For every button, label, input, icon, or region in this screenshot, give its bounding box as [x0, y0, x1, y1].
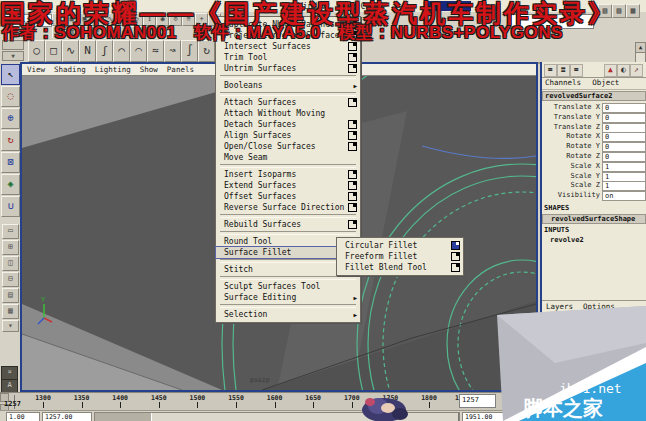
menu-item-attach-surfaces[interactable]: Attach Surfaces: [216, 97, 360, 108]
channel-box-menu-channels[interactable]: Channels: [545, 78, 581, 87]
menu-item-insert-isoparms[interactable]: Insert Isoparms: [216, 169, 360, 180]
current-time-field[interactable]: 1257: [459, 394, 496, 408]
viewport-menu-view[interactable]: View: [27, 64, 45, 75]
channel-value-field[interactable]: 0: [602, 152, 646, 162]
option-box-icon[interactable]: [348, 120, 357, 129]
tick-mark: [159, 402, 160, 408]
menu-item-align-surfaces[interactable]: Align Surfaces: [216, 130, 360, 141]
channel-value-field[interactable]: 1: [602, 162, 646, 172]
speed-ramp-icon[interactable]: ↗: [630, 64, 643, 77]
rotate-tool-icon[interactable]: ↻: [1, 130, 20, 151]
layout-four-pane-button[interactable]: ⊞: [2, 240, 19, 255]
show-manip-tool-icon[interactable]: ◈: [1, 174, 20, 195]
channel-list-icon-1[interactable]: ≡: [544, 64, 557, 77]
layout-single-pane-button[interactable]: ▭: [2, 224, 19, 239]
channel-box-menu-object[interactable]: Object: [592, 78, 619, 87]
object-name-bar[interactable]: revolvedSurface2: [542, 91, 646, 101]
option-box-icon[interactable]: [348, 170, 357, 179]
menu-item-reverse-surface-direction[interactable]: Reverse Surface Direction: [216, 202, 360, 213]
channel-value-field[interactable]: 0: [602, 113, 646, 123]
channel-list-icon-2[interactable]: ≣: [557, 64, 570, 77]
channel-label: Translate X: [554, 103, 600, 112]
option-box-icon[interactable]: [348, 53, 357, 62]
menu-item-extend-surfaces[interactable]: Extend Surfaces: [216, 180, 360, 191]
channel-value-field[interactable]: 1: [602, 181, 646, 191]
tick-mark: [197, 402, 198, 408]
last-tool-icon[interactable]: ∪: [1, 196, 20, 217]
tick-label-1350: 1350: [74, 394, 90, 402]
option-box-icon[interactable]: [451, 263, 460, 272]
channel-row-translate-y: Translate Y0: [542, 113, 646, 123]
scroll-up-icon[interactable]: ▲: [636, 43, 645, 53]
range-current-field[interactable]: 1257.00: [42, 412, 92, 421]
key-channel-icon[interactable]: ▲: [604, 64, 617, 77]
tick-label-1650: 1650: [305, 394, 321, 402]
viewport-menu-show[interactable]: Show: [140, 64, 158, 75]
move-tool-icon[interactable]: ⊕: [1, 108, 20, 129]
option-box-icon[interactable]: [348, 142, 357, 151]
view-cube-button[interactable]: A: [1, 379, 18, 393]
layout-two-side-button[interactable]: ◫: [2, 256, 19, 271]
edit-nurbs-menu: Duplicate NURBS PatchesProject Curve on …: [215, 16, 361, 323]
channel-label: Rotate Y: [566, 142, 600, 151]
viewport-menu-panels[interactable]: Panels: [167, 64, 194, 75]
overlay-subtitle: 作者：SOHOMAN001 软件：MAYA5.0 模型：NURBS+POLYGO…: [2, 21, 646, 44]
menu-item-move-seam[interactable]: Move Seam: [216, 152, 360, 163]
layout-three-split-button[interactable]: ▤: [2, 288, 19, 303]
lasso-tool-icon[interactable]: ◌: [1, 86, 20, 107]
menu-item-selection[interactable]: Selection▶: [216, 309, 360, 320]
channel-label: Translate Z: [554, 123, 600, 132]
menu-item-rebuild-surfaces[interactable]: Rebuild Surfaces: [216, 219, 360, 230]
menu-item-surface-editing[interactable]: Surface Editing▶: [216, 292, 360, 303]
option-box-icon[interactable]: [348, 131, 357, 140]
menu-item-sculpt-surfaces-tool[interactable]: Sculpt Surfaces Tool: [216, 281, 360, 292]
tick-mark: [82, 402, 83, 408]
watermark-name-text: 脚本之家: [522, 397, 603, 419]
channel-value-field[interactable]: 1: [602, 172, 646, 182]
shelf-tab-arrow-icon[interactable]: ▼: [2, 51, 24, 61]
layout-more-button[interactable]: ▾: [2, 320, 19, 332]
layout-outliner-persp-button[interactable]: ▦: [2, 304, 19, 319]
menu-item-offset-surfaces[interactable]: Offset Surfaces: [216, 191, 360, 202]
channel-row-scale-y: Scale Y1: [542, 172, 646, 182]
channel-value-field[interactable]: 0: [602, 142, 646, 152]
option-box-icon[interactable]: [348, 220, 357, 229]
channel-value-field[interactable]: 0: [602, 123, 646, 133]
channel-label: Scale Y: [570, 172, 600, 181]
input-node-name[interactable]: revolve2: [542, 236, 646, 246]
option-box-icon[interactable]: [348, 203, 357, 212]
menu-item-trim-tool[interactable]: Trim Tool: [216, 52, 360, 63]
tick-label-1500: 1500: [190, 394, 206, 402]
submenu-item-fillet-blend-tool[interactable]: Fillet Blend Tool: [337, 262, 463, 273]
option-box-icon[interactable]: [348, 64, 357, 73]
channel-value-field[interactable]: 0: [602, 103, 646, 113]
channel-value-field[interactable]: 0: [602, 132, 646, 142]
menu-item-booleans[interactable]: Booleans▶: [216, 80, 360, 91]
channel-row-rotate-x: Rotate X0: [542, 132, 646, 142]
viewport-menu-lighting[interactable]: Lighting: [95, 64, 131, 75]
anim-curve-icon[interactable]: ◐: [617, 64, 630, 77]
menu-item-open-close-surfaces[interactable]: Open/Close Surfaces: [216, 141, 360, 152]
submenu-item-circular-fillet[interactable]: Circular Fillet: [337, 240, 463, 251]
channel-list-icon-3[interactable]: ≡: [570, 64, 583, 77]
submenu-item-freeform-fillet[interactable]: Freeform Fillet: [337, 251, 463, 262]
layout-two-stack-button[interactable]: ⊟: [2, 272, 19, 287]
option-box-icon[interactable]: [451, 252, 460, 261]
hotbox-button[interactable]: ¤: [1, 366, 18, 380]
range-start-field[interactable]: 1.00: [6, 412, 40, 421]
option-box-icon[interactable]: [348, 181, 357, 190]
channel-value-field[interactable]: on: [602, 191, 646, 201]
select-tool-icon[interactable]: ↖: [1, 64, 20, 85]
option-box-icon[interactable]: [451, 241, 460, 250]
viewport-menu-shading[interactable]: Shading: [54, 64, 86, 75]
option-box-icon[interactable]: [348, 98, 357, 107]
menu-item-attach-without-moving[interactable]: Attach Without Moving: [216, 108, 360, 119]
submenu-arrow-icon: ▶: [353, 292, 357, 303]
channel-box-menubar: ChannelsObject: [542, 78, 646, 90]
tick-label-1450: 1450: [151, 394, 167, 402]
menu-item-detach-surfaces[interactable]: Detach Surfaces: [216, 119, 360, 130]
shape-name-bar[interactable]: revolvedSurfaceShape: [542, 214, 646, 224]
option-box-icon[interactable]: [348, 192, 357, 201]
menu-item-untrim-surfaces[interactable]: Untrim Surfaces: [216, 63, 360, 74]
scale-tool-icon[interactable]: ⊠: [1, 152, 20, 173]
